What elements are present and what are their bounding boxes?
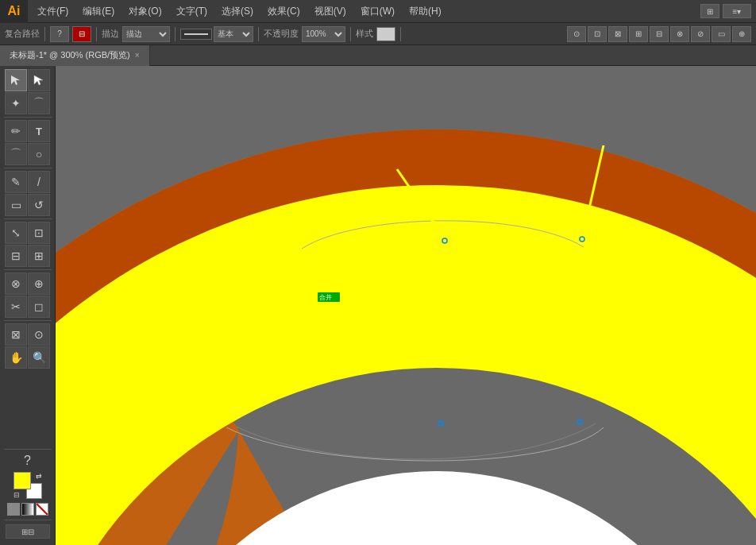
style-swatch[interactable] bbox=[376, 27, 395, 41]
document-tab[interactable]: 未标题-1* @ 300% (RGB/预览) × bbox=[0, 45, 150, 66]
color-section: ? ⇄ ⊟ ⊞⊟ bbox=[4, 447, 52, 542]
rect-tool[interactable]: ▭ bbox=[5, 194, 27, 216]
menu-items: 文件(F) 编辑(E) 对象(O) 文字(T) 选择(S) 效果(C) 视图(V… bbox=[28, 2, 448, 21]
swap-icon[interactable]: ⇄ bbox=[36, 472, 42, 480]
warp-tool[interactable]: ⊗ bbox=[5, 272, 27, 295]
menu-type[interactable]: 文字(T) bbox=[170, 2, 214, 21]
svg-text:合并: 合并 bbox=[319, 294, 332, 301]
menu-view[interactable]: 视图(V) bbox=[308, 2, 353, 21]
menubar: Ai 文件(F) 编辑(E) 对象(O) 文字(T) 选择(S) 效果(C) 视… bbox=[0, 0, 756, 23]
left-toolbar: ✦ ⌒ ✏ T ⌒ ○ ✎ / ▭ ↺ ⤡ ⊡ ⊟ ⊞ bbox=[0, 66, 56, 545]
mini-swatches bbox=[7, 503, 48, 516]
stroke-style-select[interactable]: 基本 bbox=[214, 26, 253, 42]
menu-help[interactable]: 帮助(H) bbox=[403, 2, 448, 21]
isolate-btn[interactable]: ⊟ bbox=[72, 26, 91, 42]
tool-row-9: ⊗ ⊕ bbox=[5, 272, 50, 295]
app-logo: Ai bbox=[0, 0, 28, 23]
sep-6 bbox=[4, 449, 52, 450]
sep-7 bbox=[4, 520, 52, 520]
help-icon[interactable]: ? bbox=[24, 454, 31, 468]
none-swatch[interactable] bbox=[36, 503, 48, 516]
tool-row-12: ✋ 🔍 bbox=[5, 346, 50, 369]
pen-tool[interactable]: ✏ bbox=[5, 120, 27, 142]
icon-btn-9[interactable]: ⊕ bbox=[732, 26, 751, 42]
slice-tool[interactable]: ⊙ bbox=[28, 323, 50, 346]
sep-1 bbox=[4, 117, 52, 118]
gradient-swatch[interactable] bbox=[21, 503, 34, 516]
shear-tool[interactable]: ⊡ bbox=[28, 222, 50, 244]
direct-select-tool[interactable] bbox=[28, 69, 50, 91]
icon-btn-7[interactable]: ⊘ bbox=[691, 26, 710, 42]
icon-btn-1[interactable]: ⊙ bbox=[567, 26, 586, 42]
stroke-select[interactable]: 描边 bbox=[122, 26, 170, 42]
sep-5 bbox=[4, 320, 52, 321]
artboard-tool[interactable]: ⊠ bbox=[5, 323, 27, 346]
question-btn[interactable]: ? bbox=[50, 26, 69, 42]
svg-marker-1 bbox=[34, 75, 43, 85]
menu-object[interactable]: 对象(O) bbox=[122, 2, 168, 21]
fill-stroke-swatches: ⇄ ⊟ bbox=[14, 472, 42, 499]
style-label: 样式 bbox=[356, 28, 373, 40]
svg-marker-0 bbox=[11, 75, 20, 85]
icon-btn-6[interactable]: ⊗ bbox=[670, 26, 689, 42]
menu-window[interactable]: 窗口(W) bbox=[354, 2, 401, 21]
pencil-tool[interactable]: ✎ bbox=[5, 171, 27, 193]
tabbar: 未标题-1* @ 300% (RGB/预览) × bbox=[0, 45, 756, 66]
icon-btn-2[interactable]: ⊡ bbox=[588, 26, 607, 42]
menu-edit[interactable]: 编辑(E) bbox=[76, 2, 121, 21]
tool-row-3: ✏ T bbox=[5, 120, 50, 142]
workspace-btn[interactable]: ⊞ bbox=[700, 4, 719, 18]
color-mode-swatch[interactable] bbox=[7, 503, 20, 516]
stroke-label: 描边 bbox=[102, 28, 119, 40]
tool-row-10: ✂ ◻ bbox=[5, 296, 50, 318]
eraser-tool[interactable]: ◻ bbox=[28, 296, 50, 318]
menu-file[interactable]: 文件(F) bbox=[31, 2, 75, 21]
tab-title: 未标题-1* @ 300% (RGB/预览) bbox=[10, 49, 130, 61]
sep6 bbox=[400, 27, 401, 41]
icon-btn-3[interactable]: ⊠ bbox=[608, 26, 627, 42]
view-toggle-btn[interactable]: ≡▾ bbox=[723, 4, 751, 18]
canvas-area[interactable]: 合并 bbox=[56, 66, 756, 545]
tool-row-4: ⌒ ○ bbox=[5, 143, 50, 165]
reshape-tool[interactable]: ⊟ bbox=[5, 245, 27, 267]
tool-row-8: ⊟ ⊞ bbox=[5, 245, 50, 267]
tool-row-7: ⤡ ⊡ bbox=[5, 222, 50, 244]
canvas-illustration: 合并 bbox=[56, 66, 756, 545]
opacity-label: 不透明度 bbox=[264, 28, 299, 40]
ellipse-tool[interactable]: ○ bbox=[28, 143, 50, 165]
arc-tool[interactable]: ⌒ bbox=[5, 143, 27, 165]
tool-row-5: ✎ / bbox=[5, 171, 50, 193]
tool-row-1 bbox=[5, 69, 50, 91]
tool-row-11: ⊠ ⊙ bbox=[5, 323, 50, 346]
opacity-select[interactable]: 100% bbox=[302, 26, 345, 42]
type-tool[interactable]: T bbox=[28, 120, 50, 142]
icon-btn-5[interactable]: ⊟ bbox=[650, 26, 669, 42]
hand-tool[interactable]: ✋ bbox=[5, 346, 27, 369]
sep4 bbox=[258, 27, 259, 41]
sep5 bbox=[350, 27, 351, 41]
draw-mode-btn[interactable]: ⊞⊟ bbox=[6, 524, 50, 539]
blend-tool[interactable]: ⊕ bbox=[28, 272, 50, 295]
line-tool[interactable]: / bbox=[28, 171, 50, 193]
menu-select[interactable]: 选择(S) bbox=[215, 2, 260, 21]
width-tool[interactable]: ⊞ bbox=[28, 245, 50, 267]
menu-effect[interactable]: 效果(C) bbox=[261, 2, 307, 21]
reset-icon[interactable]: ⊟ bbox=[14, 491, 20, 499]
scale-tool[interactable]: ⤡ bbox=[5, 222, 27, 244]
scissors-tool[interactable]: ✂ bbox=[5, 296, 27, 318]
lasso-tool[interactable]: ⌒ bbox=[28, 92, 50, 114]
icon-btn-8[interactable]: ▭ bbox=[712, 26, 731, 42]
rotate-tool[interactable]: ↺ bbox=[28, 194, 50, 216]
path-label: 复合路径 bbox=[5, 28, 40, 40]
select-tool[interactable] bbox=[5, 69, 27, 91]
options-toolbar: 复合路径 ? ⊟ 描边 描边 基本 不透明度 100% 样式 ⊙ ⊡ ⊠ ⊞ ⊟… bbox=[0, 23, 756, 45]
sep-3 bbox=[4, 218, 52, 219]
main-area: ✦ ⌒ ✏ T ⌒ ○ ✎ / ▭ ↺ ⤡ ⊡ ⊟ ⊞ bbox=[0, 66, 756, 545]
zoom-tool[interactable]: 🔍 bbox=[28, 346, 50, 369]
tab-close-btn[interactable]: × bbox=[135, 51, 140, 60]
fill-swatch[interactable] bbox=[14, 472, 31, 489]
magic-wand-tool[interactable]: ✦ bbox=[5, 92, 27, 114]
sep-2 bbox=[4, 168, 52, 168]
tool-row-6: ▭ ↺ bbox=[5, 194, 50, 216]
icon-btn-4[interactable]: ⊞ bbox=[629, 26, 648, 42]
